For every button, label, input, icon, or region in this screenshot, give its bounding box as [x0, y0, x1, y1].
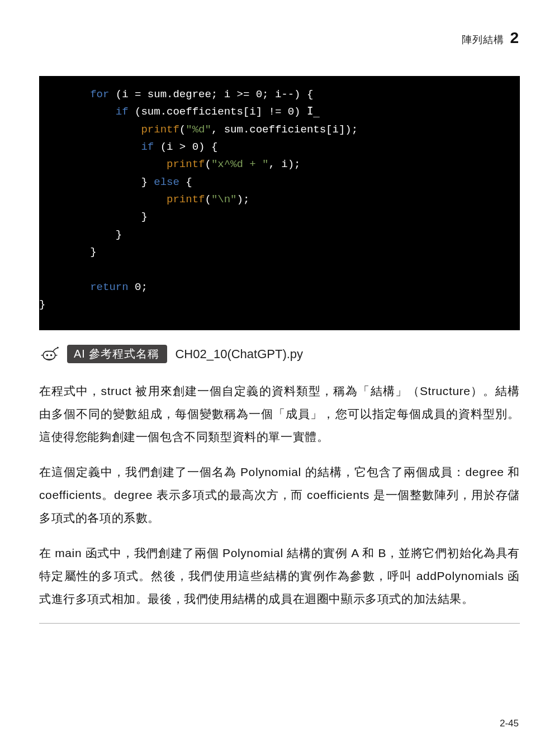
robot-icon — [39, 346, 59, 363]
chapter-number: 2 — [510, 29, 519, 47]
svg-rect-0 — [43, 351, 55, 359]
svg-point-2 — [50, 354, 53, 356]
code-block: for (i = sum.degree; i >= 0; i--) { if (… — [39, 76, 520, 330]
svg-point-1 — [46, 354, 49, 356]
paragraph-3: 在 main 函式中，我們創建了兩個 Polynomial 結構的實例 A 和 … — [39, 542, 520, 611]
page-number: 2-45 — [500, 718, 519, 729]
page-header: 陣列結構 2 — [462, 29, 519, 47]
ai-reference-filename: CH02_10(ChatGPT).py — [175, 347, 303, 362]
ai-reference-row: AI 參考程式名稱 CH02_10(ChatGPT).py — [39, 345, 520, 363]
svg-point-3 — [57, 347, 59, 349]
body-text: 在程式中，struct 被用來創建一個自定義的資料類型，稱為「結構」（Struc… — [39, 380, 520, 610]
section-divider — [39, 623, 520, 624]
paragraph-1: 在程式中，struct 被用來創建一個自定義的資料類型，稱為「結構」（Struc… — [39, 380, 520, 449]
paragraph-2: 在這個定義中，我們創建了一個名為 Polynomial 的結構，它包含了兩個成員… — [39, 461, 520, 530]
ai-reference-label: AI 參考程式名稱 — [67, 345, 167, 363]
chapter-title: 陣列結構 — [462, 33, 504, 46]
